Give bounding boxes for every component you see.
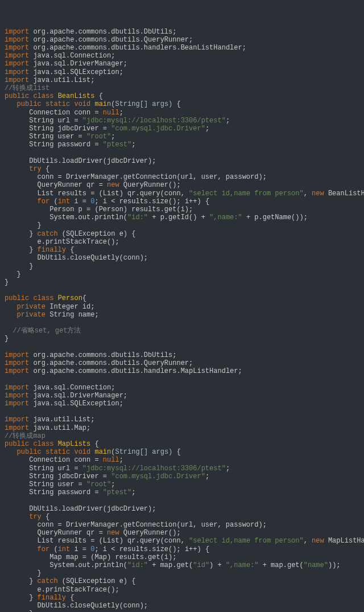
code-block: import org.apache.commons.dbutils.DbUtil… [5,28,359,612]
